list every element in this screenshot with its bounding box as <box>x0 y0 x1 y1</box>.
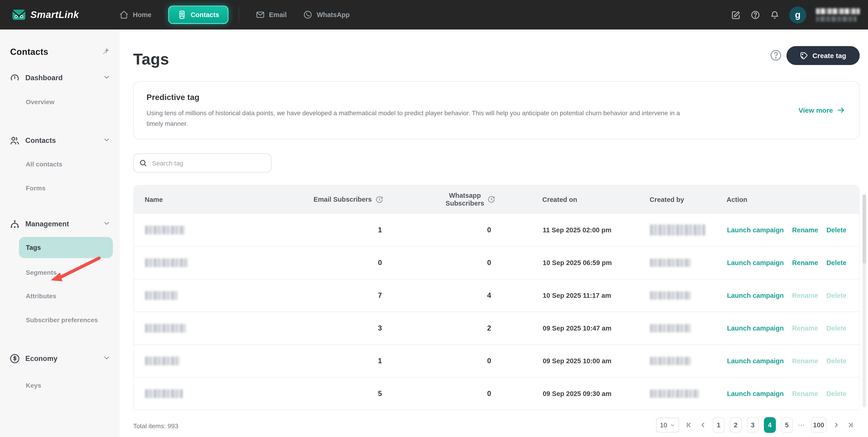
pin-off-icon[interactable] <box>101 47 110 57</box>
launch-campaign-link[interactable]: Launch campaign <box>727 357 784 365</box>
predictive-tag-card: Predictive tag Using tens of millions of… <box>133 81 860 139</box>
rename-link: Rename <box>792 292 818 299</box>
section-label: Contacts <box>25 137 56 145</box>
page-button-4[interactable]: 4 <box>764 417 776 433</box>
nav-item-contacts[interactable]: Contacts <box>168 5 228 24</box>
compose-icon[interactable] <box>731 10 741 20</box>
created-on-value: 09 Sep 2025 09:30 am <box>543 390 611 397</box>
next-page-icon[interactable] <box>832 421 841 429</box>
col-whatsapp-line2: Subscribers <box>445 199 484 207</box>
sidebar-item-tags[interactable]: Tags <box>19 237 113 258</box>
table-row: 7410 Sep 2025 11:17 amLaunch campaignRen… <box>133 279 860 312</box>
nav-label: Contacts <box>190 11 219 19</box>
sidebar-section-contacts[interactable]: Contacts <box>0 132 120 150</box>
launch-campaign-link[interactable]: Launch campaign <box>727 324 784 332</box>
created-by-redacted <box>650 291 691 300</box>
nav-separator <box>239 7 239 23</box>
launch-campaign-link[interactable]: Launch campaign <box>727 226 784 234</box>
sidebar-section-economy[interactable]: Economy <box>0 349 120 368</box>
page-button-1[interactable]: 1 <box>713 417 725 433</box>
page-button-3[interactable]: 3 <box>747 417 759 433</box>
col-name: Name <box>145 196 163 203</box>
prev-page-icon[interactable] <box>699 421 708 429</box>
nav-item-whatsapp[interactable]: WhatsApp <box>303 10 350 19</box>
sidebar-item-subscriber-preferences[interactable]: Subscriber preferences <box>0 312 120 328</box>
sidebar-item-attributes[interactable]: Attributes <box>0 288 120 304</box>
page-size-select[interactable]: 10 <box>656 418 679 432</box>
page-help-icon[interactable] <box>769 49 782 62</box>
sidebar-item-all-contacts[interactable]: All contacts <box>0 156 120 172</box>
tag-plus-icon <box>800 51 808 60</box>
home-icon <box>120 10 129 19</box>
sidebar-item-overview[interactable]: Overview <box>0 94 120 110</box>
launch-campaign-link[interactable]: Launch campaign <box>727 390 784 397</box>
view-more-link[interactable]: View more <box>799 106 845 115</box>
tag-name-redacted <box>145 389 183 398</box>
row-actions: Launch campaignRenameDelete <box>727 226 846 234</box>
main-content: Tags Create tag Predictive tag Using ten… <box>120 29 868 437</box>
card-description: Using tens of millions of historical dat… <box>147 108 690 129</box>
page-title: Tags <box>133 50 169 68</box>
delete-link: Delete <box>826 357 846 365</box>
created-by-redacted <box>650 357 691 365</box>
whatsapp-subscribers-count: 0 <box>487 357 491 365</box>
contact-card-icon <box>177 10 186 19</box>
tag-name-redacted <box>145 258 188 267</box>
rename-link[interactable]: Rename <box>792 226 818 234</box>
history-clock-icon[interactable] <box>488 196 495 203</box>
table-row: 1011 Sep 2025 02:00 pmLaunch campaignRen… <box>133 214 860 246</box>
avatar[interactable]: g <box>789 6 806 23</box>
sidebar-section-management[interactable]: Management <box>0 215 120 233</box>
whatsapp-subscribers-count: 4 <box>487 291 491 300</box>
tag-name-redacted <box>145 226 185 234</box>
nav-label: WhatsApp <box>317 11 350 19</box>
nav-label: Email <box>269 11 287 19</box>
delete-link: Delete <box>826 390 846 397</box>
arrow-right-icon <box>837 106 845 115</box>
nav-item-email[interactable]: Email <box>256 10 287 19</box>
col-created-by: Created by <box>650 196 684 203</box>
page-button-2[interactable]: 2 <box>730 417 742 433</box>
sidebar-item-keys[interactable]: Keys <box>0 378 120 393</box>
sidebar-item-forms[interactable]: Forms <box>0 180 120 196</box>
whatsapp-subscribers-count: 0 <box>487 259 491 267</box>
launch-campaign-link[interactable]: Launch campaign <box>727 292 784 299</box>
app: SmartLink HomeContactsEmailWhatsApp g Co… <box>0 0 868 437</box>
history-clock-icon[interactable] <box>375 196 383 203</box>
rename-link: Rename <box>792 357 818 365</box>
scrollbar-thumb[interactable] <box>863 195 866 264</box>
dollar-icon <box>9 353 20 364</box>
help-icon[interactable] <box>750 10 760 20</box>
brand[interactable]: SmartLink <box>12 9 79 21</box>
topbar-actions: g <box>731 6 860 23</box>
page-button-5[interactable]: 5 <box>781 417 793 433</box>
search-input[interactable] <box>151 159 266 167</box>
rename-link[interactable]: Rename <box>792 259 818 266</box>
delete-link[interactable]: Delete <box>826 259 846 266</box>
rename-link: Rename <box>792 390 818 397</box>
page-button-100[interactable]: 100 <box>811 417 827 433</box>
chevron-down-icon <box>103 73 111 81</box>
tag-name-redacted <box>145 324 186 332</box>
last-page-icon[interactable] <box>846 421 855 429</box>
table-scrollbar[interactable] <box>863 195 866 408</box>
section-label: Management <box>25 220 69 228</box>
first-page-icon[interactable] <box>684 421 693 429</box>
delete-link[interactable]: Delete <box>826 226 846 234</box>
main-nav: HomeContactsEmailWhatsApp <box>120 0 350 29</box>
table-header: Name Email Subscribers WhatsappSubscribe… <box>133 185 860 214</box>
sidebar-section-dashboard[interactable]: Dashboard <box>0 69 120 87</box>
email-subscribers-count: 7 <box>378 291 382 300</box>
table-row: 5009 Sep 2025 09:30 amLaunch campaignRen… <box>133 378 860 410</box>
smartlink-logo-icon <box>12 9 26 21</box>
launch-campaign-link[interactable]: Launch campaign <box>727 259 784 266</box>
create-tag-label: Create tag <box>812 52 846 59</box>
chevron-down-icon <box>103 136 111 144</box>
nav-item-home[interactable]: Home <box>120 10 152 19</box>
create-tag-button[interactable]: Create tag <box>786 46 860 65</box>
chevron-down-icon <box>103 354 111 361</box>
total-items-label: Total items: 993 <box>133 422 178 430</box>
sidebar-item-segments[interactable]: Segments <box>0 265 120 280</box>
email-subscribers-count: 1 <box>378 226 382 234</box>
notifications-bell-icon[interactable] <box>770 10 779 20</box>
